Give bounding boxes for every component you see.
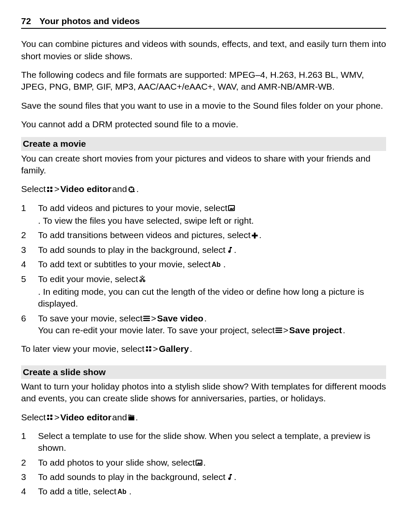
step-body: To add sounds to play in the background,… [38,244,386,256]
step-body: To add transitions between videos and pi… [38,229,386,241]
image-icon [228,205,235,211]
text: To add videos and pictures to your movie… [38,202,227,214]
intro-paragraph-2: The following codecs and file formats ar… [21,69,386,93]
text: and [112,411,127,423]
step-number: 3 [21,244,30,256]
step-body: To edit your movie, select . In editing … [38,273,386,310]
step-number: 4 [21,258,30,270]
text: To add photos to your slide show, select [38,457,195,469]
text: > [54,183,59,195]
text: To later view your movie, select [21,343,144,355]
apps-icon [46,414,53,421]
step-number: 2 [21,457,30,469]
movie-select-line: Select > Video editor and . [21,183,139,195]
step-body: To add videos and pictures to your movie… [38,202,386,227]
text-ab-icon [212,261,223,268]
text: To add transitions between videos and pi… [38,229,251,241]
page-title: Your photos and videos [39,15,140,27]
text: You can re-edit your movie later. To sav… [38,324,275,336]
gallery-label: Gallery [159,343,189,355]
text: and [112,183,127,195]
text-ab-icon [117,488,128,495]
step-body: Select a template to use for the slide s… [38,430,386,454]
text: To add a title, select [38,485,117,497]
text: > [283,324,288,336]
step-number: 1 [21,202,30,227]
text: To add sounds to play in the background,… [38,471,226,483]
step-number: 6 [21,313,30,337]
step-number: 1 [21,430,30,454]
slideshow-intro: Want to turn your holiday photos into a … [21,381,386,405]
text: . [136,411,138,423]
text: . [234,244,237,256]
film-reel-icon [128,186,136,193]
list-item: 5 To edit your movie, select . In editin… [21,273,386,310]
text: . [223,258,226,270]
text: To add sounds to play in the background,… [38,244,226,256]
text: Select [21,183,46,195]
list-item: 1 Select a template to use for the slide… [21,430,386,454]
music-note-icon [226,474,233,480]
text: . In editing mode, you can cut the lengt… [38,286,386,310]
save-project-label: Save project [289,324,342,336]
text: > [153,343,158,355]
list-item: 2 To add photos to your slide show, sele… [21,457,386,469]
scissors-icon [139,276,146,282]
text: > [54,411,59,423]
video-editor-label: Video editor [60,411,112,423]
image-icon [196,459,202,466]
text: To add text or subtitles to your movie, … [38,258,211,270]
clapperboard-icon [128,414,135,421]
text: To save your movie, select [38,313,142,324]
movie-intro: You can create short movies from your pi… [21,153,386,177]
step-number: 5 [21,273,30,310]
step-number: 4 [21,485,30,497]
text: . [203,457,206,469]
text: . [234,471,237,483]
text: . [129,485,132,497]
text: > [151,313,156,324]
text: . [136,183,139,195]
section-heading-create-movie: Create a movie [21,137,386,151]
section-heading-create-slideshow: Create a slide show [21,365,386,379]
menu-icon [143,315,150,322]
intro-paragraph-1: You can combine pictures and videos with… [21,38,386,62]
text: . [259,229,261,241]
step-body: To add sounds to play in the background,… [38,471,386,483]
text: . [190,343,192,355]
text: To edit your movie, select [38,273,138,285]
step-number: 3 [21,471,30,483]
music-note-icon [226,247,233,253]
step-body: To add text or subtitles to your movie, … [38,258,386,270]
intro-paragraph-4: You cannot add a DRM protected sound fil… [21,118,386,130]
movie-steps: 1 To add videos and pictures to your mov… [21,202,386,336]
list-item: 6 To save your movie, select > Save vide… [21,313,386,337]
menu-icon [275,327,282,334]
slideshow-select-line: Select > Video editor and . [21,411,138,423]
document-page: 72 Your photos and videos You can combin… [0,0,403,520]
list-item: 3 To add sounds to play in the backgroun… [21,244,386,256]
step-body: To save your movie, select > Save video … [38,313,386,337]
step-number: 2 [21,229,30,241]
text: Select [21,411,46,423]
list-item: 2 To add transitions between videos and … [21,229,386,241]
list-item: 4 To add a title, select . [21,485,386,497]
text: . [204,313,207,324]
list-item: 4 To add text or subtitles to your movie… [21,258,386,270]
save-video-label: Save video [157,313,204,324]
video-editor-label: Video editor [60,183,112,195]
text: . [343,324,345,336]
movie-later-view: To later view your movie, select > Galle… [21,343,192,355]
apps-icon [145,346,152,352]
step-body: To add a title, select . [38,485,386,497]
apps-icon [46,186,53,193]
list-item: 3 To add sounds to play in the backgroun… [21,471,386,483]
page-number: 72 [21,15,31,27]
list-item: 1 To add videos and pictures to your mov… [21,202,386,227]
plus-icon [251,232,258,239]
page-header: 72 Your photos and videos [21,15,386,29]
intro-paragraph-3: Save the sound files that you want to us… [21,100,386,112]
slideshow-steps: 1 Select a template to use for the slide… [21,430,386,498]
text: . To view the files you have selected, s… [38,215,254,227]
step-body: To add photos to your slide show, select… [38,457,386,469]
